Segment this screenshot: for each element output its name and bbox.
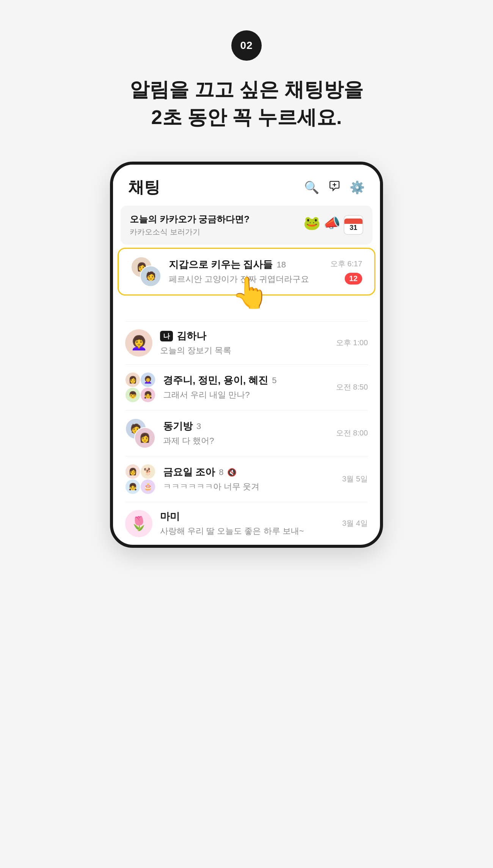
- chat-name-gyeongju: 경주니, 정민, 용이, 혜진: [163, 374, 268, 387]
- me-badge: 나: [160, 331, 173, 341]
- chat-time-kimhana: 오후 1:00: [336, 338, 368, 348]
- chat-count-friday: 8: [219, 467, 223, 477]
- settings-icon[interactable]: ⚙️: [350, 180, 365, 195]
- chat-list: 👩 🧑 지갑으로 키우는 집사들 18 페르시안 고양이가 진짜 귀엽더라구요 …: [113, 248, 380, 545]
- headline-line2: 2초 동안 꼭 누르세요.: [130, 104, 363, 131]
- avatar-kimhana: 👩‍🦱: [125, 329, 152, 357]
- chat-name-row-kimhana: 나 김하나: [160, 329, 336, 343]
- chat-name-friday: 금요일 조아: [163, 465, 215, 479]
- chat-preview-kimhana: 오늘의 장보기 목록: [160, 345, 336, 356]
- chat-time-friday: 3월 5일: [342, 474, 368, 484]
- chat-info-kimhana: 나 김하나 오늘의 장보기 목록: [160, 329, 336, 356]
- chat-time-mami: 3월 4일: [342, 518, 368, 528]
- chat-preview-mami: 사랑해 우리 딸 오늘도 좋은 하루 보내~: [160, 525, 342, 537]
- notice-emojis: 🐸 📣 31: [303, 215, 363, 235]
- calendar-badge: 31: [344, 215, 363, 235]
- headline-line1: 알림을 끄고 싶은 채팅방을: [130, 76, 363, 104]
- chat-name-mami: 마미: [160, 510, 180, 523]
- chat-name: 지갑으로 키우는 집사들: [169, 258, 273, 271]
- chat-name-row-friday: 금요일 조아 8 🔇: [163, 465, 342, 479]
- chat-item-friday[interactable]: 👩 🐕 👧 🎂 금요일 조아 8 🔇 ㅋㅋㅋㅋㅋㅋ아 너무 웃겨 3월 5일: [113, 456, 380, 502]
- chat-preview: 페르시안 고양이가 진짜 귀엽더라구요: [169, 274, 330, 285]
- unread-badge: 12: [345, 273, 362, 285]
- chat-meta-kimhana: 오후 1:00: [336, 338, 368, 348]
- search-icon[interactable]: 🔍: [304, 180, 319, 195]
- chat-item-kimhana[interactable]: 👩‍🦱 나 김하나 오늘의 장보기 목록 오후 1:00: [113, 322, 380, 364]
- highlighted-wrapper: 👩 🧑 지갑으로 키우는 집사들 18 페르시안 고양이가 진짜 귀엽더라구요 …: [113, 248, 380, 296]
- mute-icon: 🔇: [227, 468, 237, 477]
- chat-time-gyeongju: 오전 8:50: [336, 382, 368, 392]
- chat-count-donggi: 3: [196, 421, 201, 431]
- chat-meta: 오후 6:17 12: [330, 259, 362, 285]
- chat-name-kimhana: 김하나: [177, 329, 206, 343]
- avatar-friday: 👩 🐕 👧 🎂: [125, 464, 155, 494]
- avatar-gyeongju: 👩 👩‍🦱 👦 👧: [125, 372, 155, 403]
- chat-item-donggi[interactable]: 🧑 👩 동기방 3 과제 다 했어? 오전 8:00: [113, 410, 380, 456]
- chat-item-jibeop[interactable]: 👩 🧑 지갑으로 키우는 집사들 18 페르시안 고양이가 진짜 귀엽더라구요 …: [118, 248, 375, 296]
- notice-banner[interactable]: 오늘의 카카오가 궁금하다면? 카카오소식 보러가기 🐸 📣 31: [121, 206, 372, 245]
- chat-item-mami[interactable]: 🌷 마미 사랑해 우리 딸 오늘도 좋은 하루 보내~ 3월 4일: [113, 502, 380, 545]
- avatar-jibeop: 👩 🧑: [131, 256, 161, 287]
- kakao-emoji: 🐸: [303, 215, 320, 235]
- avatar-donggi: 🧑 👩: [125, 418, 155, 448]
- chat-name-donggi: 동기방: [163, 420, 193, 433]
- chat-info-gyeongju: 경주니, 정민, 용이, 혜진 5 그래서 우리 내일 만나?: [163, 374, 336, 401]
- chat-name-row: 지갑으로 키우는 집사들 18: [169, 258, 330, 271]
- chat-item-gyeongju[interactable]: 👩 👩‍🦱 👦 👧 경주니, 정민, 용이, 혜진 5 그래서 우리 내일 만나…: [113, 365, 380, 410]
- step-badge: 02: [231, 30, 262, 61]
- chat-title: 채팅: [128, 177, 160, 198]
- megaphone-emoji: 📣: [323, 215, 341, 235]
- chat-info-donggi: 동기방 3 과제 다 했어?: [163, 420, 336, 447]
- notice-title: 오늘의 카카오가 궁금하다면?: [130, 213, 250, 225]
- phone-frame: 채팅 🔍 ⚙️ 오늘의 카카오가 궁금하다면? 카카오소식 보러가기 🐸 📣: [110, 162, 383, 548]
- notice-text: 오늘의 카카오가 궁금하다면? 카카오소식 보러가기: [130, 213, 250, 237]
- headline: 알림을 끄고 싶은 채팅방을 2초 동안 꼭 누르세요.: [130, 76, 363, 131]
- chat-time: 오후 6:17: [330, 259, 362, 269]
- chat-meta-donggi: 오전 8:00: [336, 428, 368, 438]
- chat-name-row-donggi: 동기방 3: [163, 420, 336, 433]
- chat-preview-donggi: 과제 다 했어?: [163, 435, 336, 447]
- chat-preview-gyeongju: 그래서 우리 내일 만나?: [163, 389, 336, 401]
- chat-preview-friday: ㅋㅋㅋㅋㅋㅋ아 너무 웃겨: [163, 481, 342, 492]
- chat-count: 18: [276, 260, 286, 270]
- chat-info-jibeop: 지갑으로 키우는 집사들 18 페르시안 고양이가 진짜 귀엽더라구요: [169, 258, 330, 285]
- chat-name-row-mami: 마미: [160, 510, 342, 523]
- header-icons: 🔍 ⚙️: [304, 180, 365, 195]
- chat-name-row-gyeongju: 경주니, 정민, 용이, 혜진 5: [163, 374, 336, 387]
- avatar-mami: 🌷: [125, 510, 152, 537]
- notice-subtitle: 카카오소식 보러가기: [130, 227, 250, 237]
- chat-meta-gyeongju: 오전 8:50: [336, 382, 368, 392]
- chat-plus-icon[interactable]: [328, 180, 341, 195]
- chat-header: 채팅 🔍 ⚙️: [113, 165, 380, 206]
- chat-meta-mami: 3월 4일: [342, 518, 368, 528]
- chat-info-friday: 금요일 조아 8 🔇 ㅋㅋㅋㅋㅋㅋ아 너무 웃겨: [163, 465, 342, 492]
- chat-count-gyeongju: 5: [272, 376, 276, 385]
- chat-time-donggi: 오전 8:00: [336, 428, 368, 438]
- chat-meta-friday: 3월 5일: [342, 474, 368, 484]
- chat-info-mami: 마미 사랑해 우리 딸 오늘도 좋은 하루 보내~: [160, 510, 342, 537]
- step-number: 02: [240, 39, 253, 52]
